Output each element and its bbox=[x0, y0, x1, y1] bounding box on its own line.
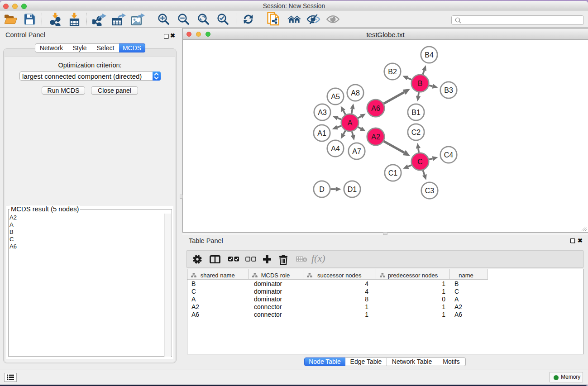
svg-text:A8: A8 bbox=[351, 89, 360, 97]
svg-text:A6: A6 bbox=[371, 105, 380, 112]
svg-text:A3: A3 bbox=[318, 109, 327, 116]
svg-text:B2: B2 bbox=[388, 68, 397, 76]
svg-text:A1: A1 bbox=[317, 129, 326, 137]
svg-text:C4: C4 bbox=[444, 151, 454, 159]
svg-text:A5: A5 bbox=[331, 93, 340, 100]
svg-text:D1: D1 bbox=[348, 186, 357, 193]
svg-text:A4: A4 bbox=[331, 145, 340, 152]
svg-text:D: D bbox=[319, 186, 325, 193]
svg-text:C3: C3 bbox=[425, 187, 435, 195]
svg-text:A: A bbox=[348, 119, 353, 127]
svg-text:B1: B1 bbox=[411, 109, 421, 116]
svg-text:B3: B3 bbox=[444, 86, 453, 94]
svg-text:B: B bbox=[418, 80, 423, 87]
svg-text:C: C bbox=[417, 158, 423, 166]
svg-text:B4: B4 bbox=[425, 51, 434, 59]
svg-text:A7: A7 bbox=[352, 148, 361, 155]
svg-text:C1: C1 bbox=[388, 169, 398, 177]
svg-text:C2: C2 bbox=[411, 129, 421, 136]
svg-text:A2: A2 bbox=[371, 133, 380, 141]
